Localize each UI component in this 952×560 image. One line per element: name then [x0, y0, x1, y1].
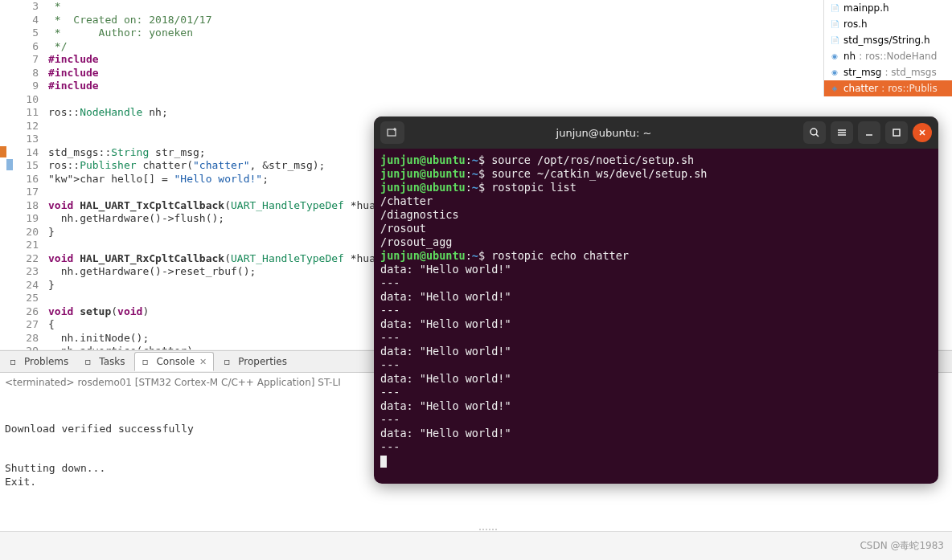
outline-panel[interactable]: 📄mainpp.h📄ros.h📄std_msgs/String.h◉nh: ro…	[823, 0, 952, 96]
status-bar: CSDN @毒蛇1983	[0, 531, 952, 560]
svg-point-3	[810, 129, 817, 135]
drag-handle[interactable]	[476, 529, 500, 535]
outline-item-icon: ◉	[829, 51, 840, 62]
tab-problems[interactable]: ▫Problems	[3, 353, 75, 370]
tab-icon: ▫	[142, 356, 153, 367]
tab-icon: ▫	[84, 356, 96, 367]
maximize-button[interactable]	[885, 121, 908, 144]
svg-rect-9	[893, 129, 900, 136]
new-tab-icon	[387, 127, 398, 138]
tab-tasks[interactable]: ▫Tasks	[78, 353, 131, 370]
watermark-text: CSDN @毒蛇1983	[860, 539, 944, 553]
terminal-search-button[interactable]	[803, 121, 826, 144]
outline-item-str-msg[interactable]: ◉str_msg: std_msgs	[824, 64, 952, 80]
outline-item-ros-h[interactable]: 📄ros.h	[824, 16, 952, 32]
gutter-marker	[0, 146, 6, 157]
outline-item-icon: ◈	[829, 83, 840, 94]
outline-item-icon: 📄	[829, 18, 840, 30]
maximize-icon	[892, 128, 901, 137]
svg-line-4	[816, 134, 819, 137]
terminal-titlebar[interactable]: junjun@ubuntu: ~	[374, 116, 938, 149]
terminal-window[interactable]: junjun@ubuntu: ~ junjun@ubuntu:~$ source…	[374, 116, 938, 484]
outline-item-icon: 📄	[829, 35, 840, 46]
minimize-button[interactable]	[858, 121, 880, 144]
tab-icon: ▫	[10, 356, 21, 367]
outline-item-icon: 📄	[829, 2, 840, 14]
editor-gutter	[0, 0, 13, 349]
close-icon	[917, 128, 927, 137]
search-icon	[809, 127, 820, 138]
outline-item-icon: ◉	[829, 67, 840, 78]
tab-console[interactable]: ▫Console✕	[134, 352, 214, 371]
tab-properties[interactable]: ▫Properties	[217, 353, 293, 370]
terminal-new-tab[interactable]	[380, 121, 404, 144]
line-numbers: 3 4 5 6 7 8 9 10 11 12 13 14 15 16 17 18…	[13, 0, 45, 349]
gutter-marker	[6, 159, 13, 170]
tab-close-icon[interactable]: ✕	[199, 357, 207, 367]
minimize-icon	[864, 128, 874, 137]
outline-item-std-msgs-string-h[interactable]: 📄std_msgs/String.h	[824, 32, 952, 48]
terminal-menu-button[interactable]	[831, 121, 853, 144]
terminal-title: junjun@ubuntu: ~	[409, 127, 798, 139]
outline-item-chatter[interactable]: ◈chatter: ros::Publis	[824, 80, 952, 96]
terminal-body[interactable]: junjun@ubuntu:~$ source /opt/ros/noetic/…	[374, 149, 938, 484]
tab-icon: ▫	[224, 356, 235, 367]
outline-item-nh[interactable]: ◉nh: ros::NodeHand	[824, 48, 952, 64]
hamburger-icon	[836, 127, 847, 138]
close-button[interactable]	[913, 123, 932, 142]
outline-item-mainpp-h[interactable]: 📄mainpp.h	[824, 0, 952, 16]
